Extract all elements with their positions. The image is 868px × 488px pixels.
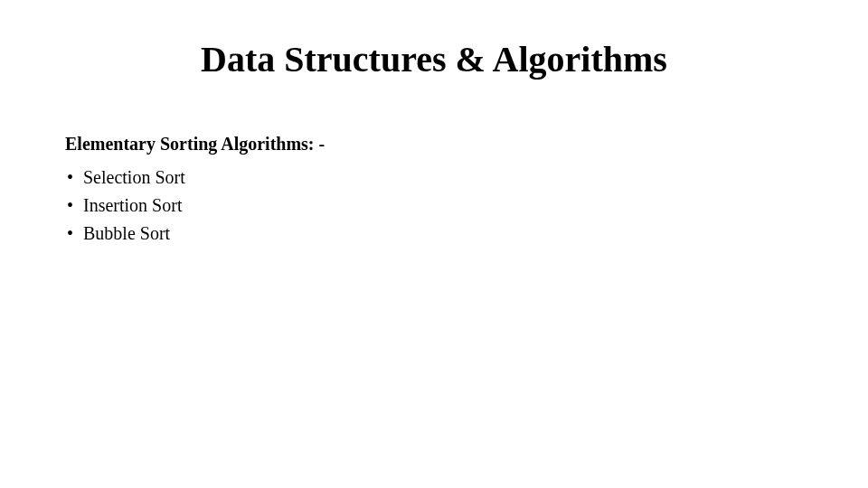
slide-title: Data Structures & Algorithms xyxy=(0,38,868,80)
subtitle: Elementary Sorting Algorithms: - xyxy=(65,134,325,155)
slide-content: Elementary Sorting Algorithms: - Selecti… xyxy=(65,134,325,248)
bullet-list: Selection Sort Insertion Sort Bubble Sor… xyxy=(65,164,325,248)
list-item: Insertion Sort xyxy=(67,192,325,220)
list-item: Bubble Sort xyxy=(67,220,325,248)
list-item: Selection Sort xyxy=(67,164,325,192)
